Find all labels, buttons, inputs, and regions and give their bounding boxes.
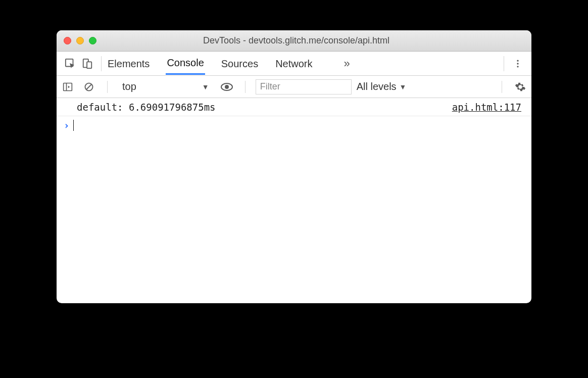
devtools-window: DevTools - devtools.glitch.me/console/ap… [57, 30, 531, 303]
context-selector-label: top [122, 81, 136, 92]
filterbar-separator [107, 81, 108, 93]
log-levels-selector[interactable]: All levels ▼ [357, 81, 407, 92]
svg-marker-8 [68, 85, 70, 88]
more-tabs-button[interactable]: » [344, 57, 350, 70]
filterbar-separator [502, 81, 502, 93]
tab-console[interactable]: Console [166, 52, 205, 75]
log-levels-label: All levels [357, 81, 397, 92]
live-expression-icon[interactable] [219, 79, 235, 95]
svg-rect-6 [64, 83, 72, 90]
svg-point-3 [517, 60, 518, 61]
tab-network[interactable]: Network [274, 53, 313, 74]
kebab-menu-icon[interactable] [509, 55, 526, 72]
chevron-down-icon: ▼ [202, 83, 209, 91]
inspect-element-icon[interactable] [62, 55, 79, 72]
toolbar-separator [101, 56, 102, 71]
tab-sources[interactable]: Sources [220, 53, 259, 74]
toolbar-separator [504, 56, 504, 71]
console-prompt[interactable]: › [57, 116, 531, 134]
toolbar: Elements Console Sources Network » [57, 52, 531, 76]
context-selector[interactable]: top ▼ [118, 79, 214, 94]
window-title: DevTools - devtools.glitch.me/console/ap… [68, 35, 524, 46]
svg-point-4 [517, 63, 518, 64]
svg-point-5 [517, 66, 518, 67]
titlebar: DevTools - devtools.glitch.me/console/ap… [57, 30, 531, 52]
svg-rect-2 [87, 62, 91, 68]
device-toolbar-icon[interactable] [79, 55, 96, 72]
console-filterbar: top ▼ All levels ▼ [57, 76, 531, 98]
svg-line-10 [86, 84, 91, 89]
chevron-down-icon: ▼ [400, 83, 407, 91]
filter-input[interactable] [256, 79, 352, 94]
filterbar-separator [245, 81, 246, 93]
prompt-chevron-icon: › [64, 120, 69, 131]
console-settings-icon[interactable] [512, 79, 528, 95]
panel-tabs: Elements Console Sources Network » [107, 52, 350, 75]
log-source-link[interactable]: api.html:117 [452, 102, 521, 113]
svg-point-12 [225, 85, 229, 89]
toggle-sidebar-icon[interactable] [60, 79, 76, 95]
tab-elements[interactable]: Elements [107, 53, 151, 74]
log-message: default: 6.69091796875ms [77, 102, 216, 113]
clear-console-icon[interactable] [81, 79, 97, 95]
console-log-row[interactable]: default: 6.69091796875ms api.html:117 [57, 98, 531, 116]
text-cursor [73, 120, 74, 131]
console-output: default: 6.69091796875ms api.html:117 › [57, 98, 531, 303]
